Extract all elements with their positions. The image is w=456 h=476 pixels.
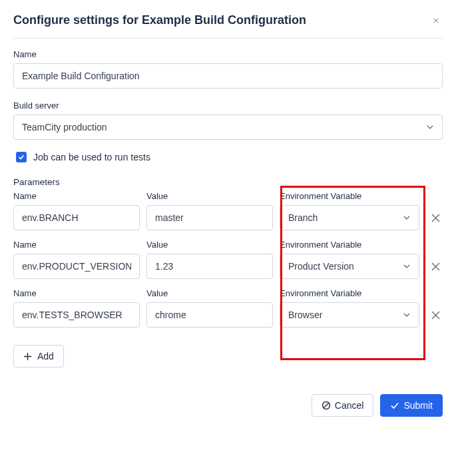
cancel-button-label: Cancel [335,400,364,411]
param-env-select[interactable]: Branch [280,205,419,230]
param-value-input[interactable] [146,205,273,230]
parameter-row: Name Value Environment Variable Product … [13,240,443,279]
add-parameter-button[interactable]: Add [13,345,64,367]
param-name-label: Name [13,240,140,250]
remove-parameter-button[interactable] [426,302,445,328]
check-icon [390,401,399,410]
server-field-group: Build server TeamCity production [13,101,443,140]
param-name-col: Name [13,191,140,230]
submit-button-label: Submit [403,400,433,411]
param-name-label: Name [13,191,140,201]
param-env-select[interactable]: Browser [280,302,419,328]
chevron-down-icon [403,214,411,222]
close-icon [433,16,439,25]
param-value-label: Value [146,240,273,250]
chevron-down-icon [426,123,434,131]
parameter-row: Name Value Environment Variable Branch [13,191,443,230]
param-env-select[interactable]: Product Version [280,254,419,279]
close-icon [431,214,440,222]
check-icon [18,154,25,160]
parameters-list: Name Value Environment Variable Branch N… [13,191,443,328]
parameter-row: Name Value Environment Variable Browser [13,288,443,328]
param-env-label: Environment Variable [280,288,419,298]
param-name-input[interactable] [13,302,140,328]
close-button[interactable] [429,14,443,27]
submit-button[interactable]: Submit [380,394,443,417]
tests-checkbox[interactable] [16,152,27,162]
param-env-value: Branch [288,212,318,223]
server-select-value: TeamCity production [22,122,107,132]
plus-icon [23,352,32,361]
param-value-label: Value [146,288,273,298]
chevron-down-icon [403,311,411,319]
param-value-col: Value [146,240,273,279]
close-icon [431,311,440,320]
server-select[interactable]: TeamCity production [13,115,443,140]
param-env-value: Browser [288,310,322,320]
dialog-footer: Cancel Submit [13,394,443,417]
param-name-col: Name [13,288,140,328]
param-env-col: Environment Variable Browser [280,288,419,328]
tests-checkbox-row: Job can be used to run tests [16,152,443,162]
param-name-input[interactable] [13,254,140,279]
remove-parameter-button[interactable] [426,205,445,230]
dialog-header: Configure settings for Example Build Con… [13,13,443,39]
close-icon [431,262,440,271]
parameters-title: Parameters [13,177,443,187]
remove-parameter-button[interactable] [426,254,445,279]
add-button-label: Add [37,351,54,361]
cancel-icon [322,401,331,410]
param-name-label: Name [13,288,140,298]
chevron-down-icon [403,262,411,270]
dialog-title: Configure settings for Example Build Con… [13,13,306,27]
cancel-button[interactable]: Cancel [312,394,374,417]
param-value-input[interactable] [146,302,273,328]
name-field-group: Name [13,49,443,89]
param-env-col: Environment Variable Product Version [280,240,419,279]
tests-checkbox-label: Job can be used to run tests [33,152,150,162]
param-name-input[interactable] [13,205,140,230]
param-value-col: Value [146,191,273,230]
param-name-col: Name [13,240,140,279]
param-env-value: Product Version [288,261,354,272]
param-env-col: Environment Variable Branch [280,191,419,230]
param-value-label: Value [146,191,273,201]
name-label: Name [13,49,443,59]
param-value-col: Value [146,288,273,328]
param-value-input[interactable] [146,254,273,279]
param-env-label: Environment Variable [280,191,419,201]
server-label: Build server [13,101,443,111]
name-input[interactable] [13,63,443,89]
param-env-label: Environment Variable [280,240,419,250]
